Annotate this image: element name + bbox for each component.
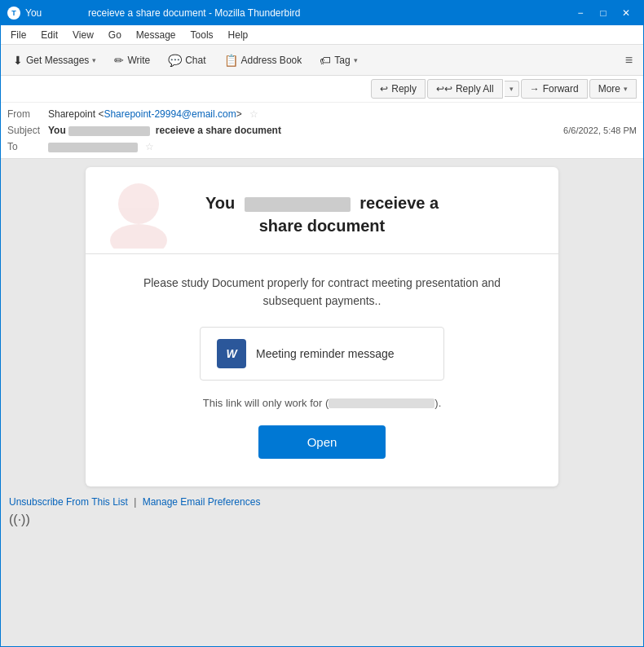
minimize-button[interactable]: −	[570, 4, 591, 22]
menu-help[interactable]: Help	[222, 28, 255, 42]
from-name: Sharepoint	[48, 108, 95, 120]
watermark-avatar	[102, 175, 175, 251]
to-field: To ☆	[7, 139, 637, 155]
more-button[interactable]: More ▾	[589, 79, 637, 99]
address-book-label: Address Book	[241, 55, 302, 66]
thunderbird-window: T You receieve a share document - Mozill…	[0, 0, 644, 647]
write-label: Write	[127, 55, 150, 66]
subject-value: You receieve a share document	[48, 125, 563, 136]
menu-edit[interactable]: Edit	[34, 28, 64, 42]
from-field: From Sharepoint <Sharepoint-29994@email.…	[7, 106, 637, 122]
menu-go[interactable]: Go	[102, 28, 128, 42]
card-header-title: You receieve a share document	[118, 191, 526, 237]
footer-section: Unsubscribe From This List | Manage Emai…	[9, 486, 635, 530]
footer-links: Unsubscribe From This List | Manage Emai…	[9, 496, 635, 508]
email-action-bar: ↩ Reply ↩↩ Reply All ▾ → Forward More ▾	[1, 76, 643, 103]
document-preview[interactable]: W Meeting reminder message	[200, 327, 444, 381]
footer-separator: |	[134, 496, 136, 508]
forward-icon: →	[530, 83, 540, 95]
card-body: Please study Document properly for contr…	[86, 254, 558, 486]
chat-label: Chat	[185, 55, 205, 66]
address-book-icon: 📋	[224, 54, 238, 67]
subject-field: Subject You receieve a share document 6/…	[7, 122, 637, 139]
maximize-button[interactable]: □	[593, 4, 614, 22]
to-value: ☆	[48, 141, 637, 152]
header-you: You	[205, 194, 235, 212]
more-label: More	[598, 83, 620, 95]
chat-icon: 💬	[168, 54, 182, 67]
from-label: From	[7, 108, 48, 120]
manage-preferences-link[interactable]: Manage Email Preferences	[143, 496, 261, 508]
subject-blurred	[68, 126, 150, 136]
hamburger-menu-button[interactable]: ≡	[620, 49, 638, 72]
write-button[interactable]: ✏ Write	[107, 50, 157, 71]
email-fields: From Sharepoint <Sharepoint-29994@email.…	[1, 103, 643, 158]
reply-all-label: Reply All	[456, 83, 494, 95]
title-bar: T You receieve a share document - Mozill…	[1, 1, 643, 25]
word-icon: W	[217, 339, 246, 368]
header-email-blurred	[245, 197, 351, 212]
menu-message[interactable]: Message	[130, 28, 183, 42]
menu-file[interactable]: File	[4, 28, 33, 42]
unsubscribe-link[interactable]: Unsubscribe From This List	[9, 496, 128, 508]
word-letter: W	[226, 347, 236, 360]
app-icon: T	[7, 7, 20, 20]
forward-button[interactable]: → Forward	[521, 79, 588, 99]
reply-button[interactable]: ↩ Reply	[371, 79, 426, 99]
close-button[interactable]: ✕	[615, 4, 637, 22]
document-name: Meeting reminder message	[256, 347, 395, 360]
from-star-icon[interactable]: ☆	[249, 108, 258, 120]
menu-tools[interactable]: Tools	[184, 28, 220, 42]
tag-arrow: ▾	[354, 56, 358, 64]
email-header: ↩ Reply ↩↩ Reply All ▾ → Forward More ▾ …	[1, 76, 643, 159]
card-header: You receieve a share document	[86, 167, 558, 254]
header-share-document: share document	[259, 217, 385, 235]
get-messages-button[interactable]: ⬇ Get Messages ▾	[6, 50, 104, 71]
reply-all-arrow: ▾	[509, 85, 514, 93]
email-content-card: You receieve a share document Please stu…	[86, 167, 558, 486]
get-messages-icon: ⬇	[13, 54, 23, 67]
subject-you: You	[48, 125, 66, 136]
link-note-prefix: This link will only work for (	[203, 397, 329, 409]
svg-point-0	[118, 183, 159, 224]
from-value: Sharepoint <Sharepoint-29994@email.com> …	[48, 108, 637, 120]
from-email-link[interactable]: Sharepoint-29994@email.com	[104, 108, 236, 120]
forward-label: Forward	[543, 83, 579, 95]
email-body: You receieve a share document Please stu…	[1, 159, 643, 646]
to-label: To	[7, 141, 48, 152]
email-date: 6/6/2022, 5:48 PM	[563, 125, 637, 135]
reply-all-button[interactable]: ↩↩ Reply All	[427, 79, 503, 99]
window-title: You receieve a share document - Mozilla …	[25, 7, 565, 19]
tag-icon: 🏷	[320, 54, 331, 67]
tag-label: Tag	[334, 55, 350, 66]
more-arrow: ▾	[624, 85, 628, 93]
main-toolbar: ⬇ Get Messages ▾ ✏ Write 💬 Chat 📋 Addres…	[1, 45, 643, 76]
reply-icon: ↩	[380, 83, 388, 95]
write-icon: ✏	[114, 54, 124, 67]
link-note-suffix: ).	[434, 397, 441, 409]
address-book-button[interactable]: 📋 Address Book	[217, 50, 310, 71]
link-note-email-blurred	[329, 398, 434, 408]
menu-bar: File Edit View Go Message Tools Help	[1, 25, 643, 45]
wifi-icon: ((·))	[9, 513, 635, 527]
body-text: Please study Document properly for contr…	[118, 274, 526, 310]
subject-label: Subject	[7, 125, 48, 136]
to-star-icon[interactable]: ☆	[145, 141, 154, 152]
to-blurred	[48, 143, 138, 152]
tag-button[interactable]: 🏷 Tag ▾	[312, 50, 364, 71]
reply-label: Reply	[391, 83, 417, 95]
get-messages-arrow: ▾	[92, 56, 96, 64]
header-receieve: receieve a	[359, 194, 439, 212]
subject-rest: receieve a share document	[152, 125, 280, 136]
menu-view[interactable]: View	[66, 28, 100, 42]
open-button[interactable]: Open	[258, 425, 386, 459]
chat-button[interactable]: 💬 Chat	[161, 50, 213, 71]
reply-all-dropdown[interactable]: ▾	[505, 81, 519, 97]
svg-point-1	[110, 224, 167, 249]
link-note: This link will only work for ().	[118, 397, 526, 409]
reply-all-icon: ↩↩	[436, 83, 452, 95]
get-messages-label: Get Messages	[26, 55, 89, 66]
window-controls: − □ ✕	[570, 4, 637, 22]
